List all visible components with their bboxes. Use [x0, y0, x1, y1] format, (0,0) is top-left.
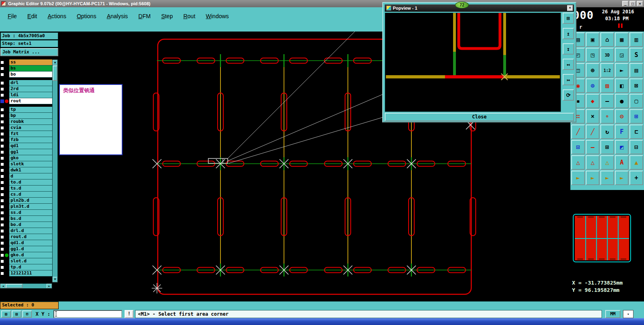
- menu-options[interactable]: Options: [72, 12, 102, 20]
- tool-button[interactable]: ◆: [586, 94, 600, 108]
- layer-name[interactable]: ts.d: [9, 186, 52, 192]
- popview-close-icon[interactable]: ×: [567, 5, 573, 11]
- layer-row-rout[interactable]: rout: [0, 98, 52, 104]
- layer-checkbox[interactable]: [0, 173, 4, 179]
- tool-button[interactable]: ↻: [600, 125, 614, 139]
- layer-checkbox[interactable]: [0, 92, 4, 98]
- layer-indicator[interactable]: [4, 113, 9, 119]
- tool-button[interactable]: 3D: [600, 48, 614, 62]
- tool-button[interactable]: ●: [615, 94, 629, 108]
- layer-name[interactable]: rout.d: [9, 234, 52, 240]
- layer-name[interactable]: tp.d: [9, 264, 52, 270]
- layer-checkbox[interactable]: [0, 222, 4, 228]
- tool-button[interactable]: ⊟: [629, 140, 643, 154]
- tool-button[interactable]: ⊞: [600, 140, 614, 154]
- tool-button[interactable]: ►: [571, 171, 585, 185]
- layer-indicator[interactable]: [4, 143, 9, 149]
- tool-button[interactable]: ⊡: [571, 140, 585, 154]
- layer-name[interactable]: slot.d: [9, 258, 52, 264]
- layer-name[interactable]: ss.d: [9, 210, 52, 216]
- layer-checkbox[interactable]: [0, 59, 4, 65]
- tool-button[interactable]: △: [571, 155, 585, 170]
- layer-name[interactable]: 12121211: [9, 270, 52, 276]
- layer-checkbox[interactable]: [0, 72, 4, 78]
- layer-indicator[interactable]: [4, 192, 9, 198]
- layer-row-qd1[interactable]: qd1: [0, 143, 52, 149]
- tool-button[interactable]: ▥: [629, 32, 643, 47]
- tool-button[interactable]: ◧: [615, 78, 629, 93]
- layer-name[interactable]: pln3t.d: [9, 204, 52, 210]
- tool-button[interactable]: ◩: [615, 140, 629, 154]
- layer-indicator[interactable]: [4, 86, 9, 92]
- menu-rout[interactable]: Rout: [178, 12, 201, 20]
- layer-indicator[interactable]: [4, 125, 9, 131]
- scroll-down-arrow[interactable]: ▼: [53, 277, 57, 282]
- layer-indicator[interactable]: [4, 131, 9, 137]
- layer-checkbox[interactable]: [0, 198, 4, 204]
- layer-checkbox[interactable]: [0, 234, 4, 240]
- layer-row-d[interactable]: d: [0, 173, 52, 179]
- tool-button[interactable]: ×: [586, 109, 600, 124]
- layer-checkbox[interactable]: [0, 119, 4, 125]
- popview-tool-button[interactable]: ↦: [563, 74, 574, 85]
- tool-button[interactable]: ⊕: [586, 63, 600, 78]
- layer-row-bo.d[interactable]: bo.d: [0, 222, 52, 228]
- layer-name[interactable]: gko: [9, 155, 52, 161]
- status-icon-button[interactable]: ▧: [1, 310, 11, 318]
- layer-row-bs[interactable]: bs: [0, 65, 52, 72]
- coordinate-input[interactable]: [53, 310, 122, 318]
- layer-name[interactable]: tp: [9, 107, 52, 113]
- popview-close-button[interactable]: Close: [385, 113, 574, 121]
- layer-checkbox[interactable]: [0, 65, 4, 72]
- layer-name[interactable]: bp: [9, 113, 52, 119]
- menu-file[interactable]: File: [2, 12, 22, 20]
- layer-indicator[interactable]: [4, 258, 9, 264]
- popview-window[interactable]: 72 Popview - 1 × ⊞↥↧↤↦⟳ Close: [382, 2, 576, 122]
- layer-checkbox[interactable]: [0, 240, 4, 246]
- layer-row-bo[interactable]: bo: [0, 72, 52, 78]
- layer-checkbox[interactable]: [0, 186, 4, 192]
- layer-checkbox[interactable]: [0, 246, 4, 252]
- layer-row-pln3t.d[interactable]: pln3t.d: [0, 204, 52, 210]
- layer-indicator[interactable]: [4, 246, 9, 252]
- tool-button[interactable]: ⊝: [615, 109, 629, 124]
- tool-button[interactable]: +: [629, 171, 643, 185]
- tool-button[interactable]: ╱: [586, 125, 600, 139]
- layer-name[interactable]: ss: [9, 59, 52, 65]
- units-button[interactable]: MM: [605, 310, 621, 318]
- menu-edit[interactable]: Edit: [22, 12, 42, 20]
- layer-indicator[interactable]: [4, 179, 9, 186]
- layer-name[interactable]: bo.d: [9, 222, 52, 228]
- layer-checkbox[interactable]: [0, 125, 4, 131]
- tool-button[interactable]: ▢: [629, 94, 643, 108]
- layer-checkbox[interactable]: [0, 210, 4, 216]
- layer-indicator[interactable]: [4, 65, 9, 72]
- layer-name[interactable]: pln2b.d: [9, 198, 52, 204]
- layer-list-horizontal-scrollbar[interactable]: ◄ ►: [0, 283, 52, 289]
- layer-indicator[interactable]: [4, 98, 9, 104]
- layer-indicator[interactable]: [4, 167, 9, 173]
- layer-indicator[interactable]: [4, 204, 9, 210]
- tool-button[interactable]: ⌂: [600, 32, 614, 47]
- maximize-button[interactable]: □: [629, 1, 636, 6]
- layer-name[interactable]: bs.d: [9, 216, 52, 222]
- layer-row-ldi[interactable]: ldi: [0, 92, 52, 98]
- layer-checkbox[interactable]: [0, 86, 4, 92]
- tool-button[interactable]: S: [629, 48, 643, 62]
- popview-zoom-drawing[interactable]: [385, 13, 561, 112]
- pause-icon[interactable]: [618, 23, 623, 28]
- layer-checkbox[interactable]: [0, 228, 4, 234]
- layer-name[interactable]: bs: [9, 65, 52, 72]
- tool-button[interactable]: ⊙: [586, 78, 600, 93]
- layer-list-vertical-scrollbar[interactable]: ▲ ▼: [52, 59, 58, 283]
- layer-indicator[interactable]: [4, 270, 9, 276]
- tool-button[interactable]: ▤: [629, 63, 643, 78]
- scroll-left-arrow[interactable]: ◄: [0, 284, 6, 288]
- layer-indicator[interactable]: [4, 210, 9, 216]
- tool-button[interactable]: ▣: [586, 32, 600, 47]
- menu-actions[interactable]: Actions: [42, 12, 72, 20]
- layer-row-qd1.d[interactable]: qd1.d: [0, 240, 52, 246]
- layer-indicator[interactable]: [4, 173, 9, 179]
- layer-checkbox[interactable]: [0, 167, 4, 173]
- popview-tool-button[interactable]: ⟳: [563, 89, 574, 101]
